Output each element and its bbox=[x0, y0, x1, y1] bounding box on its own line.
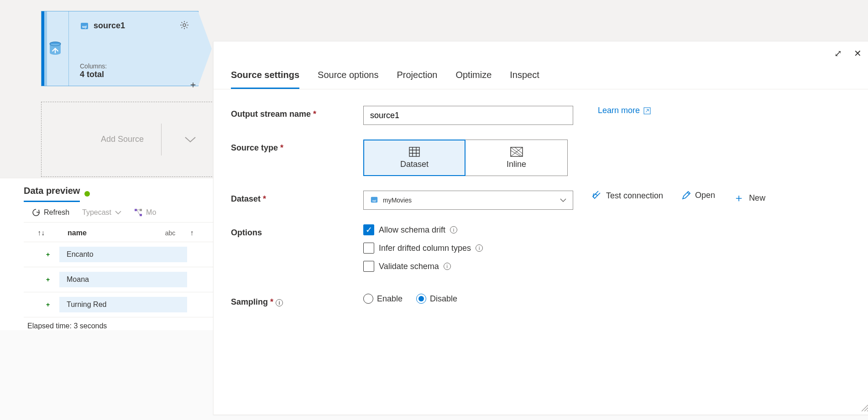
sort-icon[interactable]: ↑ bbox=[190, 229, 193, 237]
column-header-name[interactable]: name bbox=[59, 229, 87, 237]
column-type-badge: abc bbox=[165, 229, 176, 237]
node-output-arrow bbox=[198, 11, 212, 86]
map-columns-icon bbox=[134, 208, 142, 217]
info-icon[interactable]: i bbox=[476, 244, 483, 252]
external-link-icon bbox=[643, 107, 651, 114]
expand-row-icon[interactable]: + bbox=[37, 276, 59, 283]
label-source-type: Source type * bbox=[231, 140, 345, 153]
refresh-button[interactable]: Refresh bbox=[32, 208, 69, 217]
add-step-icon[interactable]: ＋ bbox=[188, 78, 198, 91]
columns-label: Columns: bbox=[80, 62, 189, 70]
tab-projection[interactable]: Projection bbox=[397, 70, 437, 89]
label-options: Options bbox=[231, 224, 345, 238]
info-icon[interactable]: i bbox=[276, 299, 283, 306]
columns-value: 4 total bbox=[80, 70, 189, 79]
chevron-down-icon bbox=[560, 198, 566, 202]
data-preview-tab[interactable]: Data preview bbox=[24, 186, 80, 202]
source-node-body: sql source1 Columns: 4 total bbox=[69, 11, 198, 86]
modify-button[interactable]: Mo bbox=[134, 208, 156, 217]
expand-row-icon[interactable]: + bbox=[37, 251, 59, 258]
svg-text:sql: sql bbox=[372, 199, 376, 202]
test-connection-button[interactable]: Test connection bbox=[591, 191, 663, 201]
chevron-down-icon bbox=[115, 211, 121, 214]
dataset-dropdown[interactable]: sql myMovies bbox=[363, 191, 573, 210]
divider bbox=[161, 124, 162, 156]
resize-handle-icon[interactable] bbox=[860, 403, 868, 413]
label-sampling: Sampling * i bbox=[231, 294, 345, 307]
new-button[interactable]: ＋ New bbox=[733, 191, 765, 205]
inline-icon bbox=[510, 147, 523, 157]
infer-drifted-columns-label: Infer drifted column types bbox=[379, 244, 471, 253]
dataset-value: myMovies bbox=[383, 197, 412, 204]
tab-source-options[interactable]: Source options bbox=[318, 70, 378, 89]
expand-row-icon[interactable]: + bbox=[37, 301, 59, 308]
svg-point-4 bbox=[183, 24, 186, 26]
database-icon bbox=[49, 41, 61, 57]
sql-icon: sql bbox=[80, 21, 89, 31]
allow-schema-drift-checkbox[interactable]: ✓ bbox=[363, 224, 374, 235]
svg-rect-7 bbox=[140, 214, 142, 216]
sql-icon: sql bbox=[370, 196, 378, 205]
modify-label: Mo bbox=[146, 208, 156, 217]
settings-panel: ⤢ ✕ Source settings Source options Proje… bbox=[213, 41, 868, 415]
allow-schema-drift-label: Allow schema drift bbox=[379, 225, 445, 235]
source-node[interactable]: sql source1 Columns: 4 total bbox=[41, 11, 199, 86]
close-icon[interactable]: ✕ bbox=[854, 48, 862, 59]
label-dataset: Dataset * bbox=[231, 191, 345, 204]
source-node-title: source1 bbox=[94, 21, 125, 31]
status-indicator-icon bbox=[84, 191, 90, 197]
sampling-disable-radio[interactable] bbox=[416, 294, 426, 304]
open-button[interactable]: Open bbox=[681, 191, 715, 200]
expand-icon[interactable]: ⤢ bbox=[834, 48, 842, 59]
source-node-handle[interactable] bbox=[42, 11, 69, 86]
tab-source-settings[interactable]: Source settings bbox=[231, 70, 299, 89]
svg-rect-6 bbox=[140, 209, 142, 211]
source-type-inline[interactable]: Inline bbox=[465, 140, 568, 176]
plug-icon bbox=[591, 191, 601, 201]
gear-icon[interactable] bbox=[180, 21, 189, 31]
dataset-icon bbox=[409, 147, 420, 157]
cell: Moana bbox=[59, 272, 187, 287]
infer-drifted-columns-checkbox[interactable] bbox=[363, 243, 374, 254]
svg-text:sql: sql bbox=[82, 25, 87, 29]
source-type-dataset[interactable]: Dataset bbox=[363, 140, 465, 176]
typecast-button[interactable]: Typecast bbox=[82, 208, 121, 217]
cell: Turning Red bbox=[59, 297, 187, 312]
validate-schema-checkbox[interactable] bbox=[363, 261, 374, 272]
info-icon[interactable]: i bbox=[450, 226, 457, 233]
output-stream-input[interactable] bbox=[363, 106, 573, 125]
refresh-icon bbox=[32, 208, 40, 217]
sort-icon[interactable]: ↑↓ bbox=[37, 229, 45, 237]
svg-rect-9 bbox=[409, 147, 419, 156]
plus-icon: ＋ bbox=[733, 191, 744, 205]
cell: Encanto bbox=[59, 247, 187, 262]
add-source-placeholder[interactable]: Add Source bbox=[41, 102, 224, 177]
chevron-down-icon[interactable] bbox=[184, 136, 196, 143]
panel-tabs: Source settings Source options Projectio… bbox=[214, 59, 868, 89]
label-output-stream: Output stream name * bbox=[231, 106, 345, 119]
info-icon[interactable]: i bbox=[444, 263, 451, 270]
validate-schema-label: Validate schema bbox=[379, 262, 439, 271]
refresh-label: Refresh bbox=[44, 208, 69, 217]
learn-more-link[interactable]: Learn more bbox=[598, 106, 651, 115]
typecast-label: Typecast bbox=[82, 208, 111, 217]
sampling-enable-radio[interactable] bbox=[363, 294, 373, 304]
pencil-icon bbox=[681, 191, 690, 200]
tab-inspect[interactable]: Inspect bbox=[510, 70, 539, 89]
tab-optimize[interactable]: Optimize bbox=[455, 70, 492, 89]
add-source-label: Add Source bbox=[101, 135, 144, 144]
svg-rect-5 bbox=[135, 209, 137, 211]
